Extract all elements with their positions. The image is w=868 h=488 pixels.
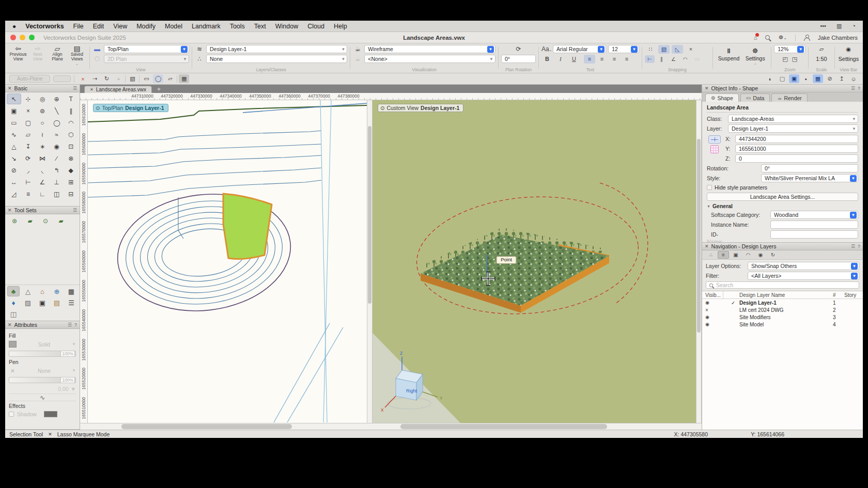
design-layer-row[interactable]: ◉ ✓ Design Layer-1 1 xyxy=(702,299,863,306)
mode-button[interactable]: ▱ xyxy=(165,74,175,83)
basic-tool[interactable]: ⟳ xyxy=(21,153,36,164)
basic-tool[interactable]: ∗ xyxy=(35,141,50,152)
basic-tool[interactable]: ≡ xyxy=(21,188,36,199)
help-icon[interactable]: ? xyxy=(858,244,860,249)
instance-name-field[interactable] xyxy=(770,221,858,229)
palette-menu-icon[interactable]: ☰ xyxy=(851,86,855,91)
menu-file[interactable]: File xyxy=(73,23,84,30)
basic-tool[interactable]: ∠ xyxy=(35,177,50,187)
class-dropdown[interactable]: Landscape-Areas▼ xyxy=(728,115,858,123)
chevron-down-icon[interactable]: ▼ xyxy=(851,263,858,270)
align-button[interactable]: ≡ xyxy=(609,55,620,64)
auto-plane-dropdown[interactable] xyxy=(53,75,71,82)
status-icon[interactable]: ◔ xyxy=(852,23,856,29)
menu-modify[interactable]: Modify xyxy=(136,23,156,30)
snap-toggle[interactable]: ∠ xyxy=(669,55,678,63)
design-layer-row[interactable]: ◉ Site Model 4 xyxy=(702,321,863,328)
navigation-mode-button[interactable]: ◉ xyxy=(755,251,766,259)
mode-button[interactable]: + xyxy=(113,74,123,83)
layers-icon[interactable]: ≋ xyxy=(195,45,204,53)
menu-tools[interactable]: Tools xyxy=(230,23,245,30)
top-plan-viewport[interactable]: ⊙ Top/Plan Design Layer-1 xyxy=(88,100,367,423)
chevron-down-icon[interactable]: ▼ xyxy=(487,46,494,53)
palette-menu-icon[interactable]: ☰ xyxy=(851,244,855,249)
basic-tool[interactable]: ↧ xyxy=(21,141,36,152)
tab-render[interactable]: ☕ Render xyxy=(771,93,807,102)
basic-tool[interactable]: ◯ xyxy=(50,117,64,128)
chevron-down-icon[interactable]: ▼ xyxy=(181,46,188,53)
tab-data[interactable]: ▭ Data xyxy=(740,93,770,102)
layer-name[interactable]: Design Layer-1 xyxy=(739,300,833,306)
font-size-dropdown[interactable]: 12▼ xyxy=(608,45,639,53)
fit-page-icon[interactable]: ◳ xyxy=(792,56,797,62)
pen-style-row[interactable]: ✕ None ▼ xyxy=(9,366,76,375)
object-info-header[interactable]: ✕ Object Info - Shape ☰ ? xyxy=(702,85,863,92)
help-icon[interactable]: ? xyxy=(74,322,77,327)
snapping-settings-button[interactable]: ☸ Settings ⌄ xyxy=(742,45,768,73)
help-icon[interactable]: ? xyxy=(858,86,860,91)
basic-tool[interactable]: ⊗ xyxy=(64,153,78,164)
filter-dropdown[interactable]: <All Layers>▼ xyxy=(748,272,859,280)
close-icon[interactable]: ✕ xyxy=(8,322,12,327)
basic-tool[interactable]: ∥ xyxy=(64,105,78,116)
line-weight-row[interactable]: 0.00 ▼ xyxy=(9,385,76,392)
menu-window[interactable]: Window xyxy=(275,23,298,30)
quick-pref-button[interactable]: ⊘ xyxy=(825,74,835,83)
pen-opacity-slider[interactable]: 100% xyxy=(9,377,76,383)
basic-tool[interactable]: ◆ xyxy=(64,165,78,176)
close-icon[interactable]: ✕ xyxy=(8,208,12,213)
softscape-category-dropdown[interactable]: Woodland▼ xyxy=(770,211,858,219)
italic-button[interactable]: I xyxy=(555,55,566,64)
chevron-down-icon[interactable]: ▼ xyxy=(850,175,857,182)
basic-tool[interactable]: ⊟ xyxy=(64,188,78,199)
menu-landmark[interactable]: Landmark xyxy=(192,23,221,30)
basic-tool[interactable]: ∿ xyxy=(7,129,21,140)
basic-tool[interactable]: ○ xyxy=(35,117,50,128)
mode-button[interactable] xyxy=(125,75,126,83)
basic-tool[interactable]: ∟ xyxy=(35,188,50,199)
palette-menu-icon[interactable]: ☰ xyxy=(73,208,77,213)
mode-button[interactable]: ▦ xyxy=(179,74,189,83)
landmark-tool[interactable]: ▰ xyxy=(24,216,36,226)
render-mode-dropdown[interactable]: Wireframe▼ xyxy=(364,45,495,53)
chevron-down-icon[interactable]: ▼ xyxy=(598,46,605,53)
plan-rotation-icon[interactable]: ⟳ xyxy=(514,45,523,53)
basic-tool[interactable]: ⊹ xyxy=(21,93,36,104)
window-title-bar[interactable]: Vectorworks Design Suite 2025 Landscape … xyxy=(5,32,863,43)
basic-tool[interactable]: ↔ xyxy=(7,177,21,187)
new-tab-button[interactable]: + xyxy=(157,86,161,93)
basic-tool[interactable]: ◠ xyxy=(64,117,78,128)
general-section-header[interactable]: ▼ General xyxy=(707,203,858,209)
snap-toggle[interactable]: ∷ xyxy=(645,45,656,54)
reference-grid-icon[interactable] xyxy=(710,145,719,153)
navigation-mode-button[interactable]: ≡ xyxy=(718,251,729,259)
visibility-toggle[interactable]: ◉ xyxy=(705,300,723,305)
basic-tool[interactable]: ◎ xyxy=(35,93,50,104)
scale-icon[interactable]: ▱ xyxy=(819,46,824,53)
tab-shape[interactable]: ⊚ Shape xyxy=(705,93,739,102)
close-window-button[interactable] xyxy=(10,35,16,40)
palette-menu-icon[interactable]: ☰ xyxy=(68,322,72,327)
status-icon[interactable]: ••• xyxy=(820,23,826,29)
basic-tool[interactable]: ⊢ xyxy=(21,177,36,187)
navigation-header[interactable]: ✕ Navigation - Design Layers ☰ ? xyxy=(702,243,863,250)
line-style-preview[interactable]: ∿ xyxy=(9,393,76,401)
quick-pref-button[interactable]: ▦ xyxy=(813,74,823,83)
design-layer-row[interactable]: ◉ Site Modifiers 3 xyxy=(702,313,863,321)
tool-set-category[interactable]: ◫ xyxy=(7,309,20,319)
tool-set-category[interactable]: ▦ xyxy=(65,286,78,296)
tool-set-category[interactable]: ▣ xyxy=(36,297,49,308)
table-header[interactable]: Visib... Design Layer Name # Story xyxy=(702,291,863,299)
chevron-down-icon[interactable]: ▼ xyxy=(797,46,804,53)
chevron-down-icon[interactable]: ▼ xyxy=(850,212,857,218)
navigation-mode-button[interactable]: ▣ xyxy=(730,251,741,259)
working-plane-icon[interactable] xyxy=(708,135,721,144)
text-style-icon[interactable]: Aa⌄ xyxy=(541,45,551,53)
active-class-dropdown[interactable]: None▼ xyxy=(206,55,347,63)
quick-pref-button[interactable]: ▣ xyxy=(789,74,799,83)
tool-set-category[interactable]: ⌂ xyxy=(36,286,49,296)
x-coordinate-field[interactable]: 447344200 xyxy=(735,135,858,143)
layer-name[interactable]: Site Modifiers xyxy=(739,314,833,320)
basic-tool[interactable]: × xyxy=(21,105,36,116)
horizontal-scrollbar[interactable] xyxy=(80,423,702,430)
